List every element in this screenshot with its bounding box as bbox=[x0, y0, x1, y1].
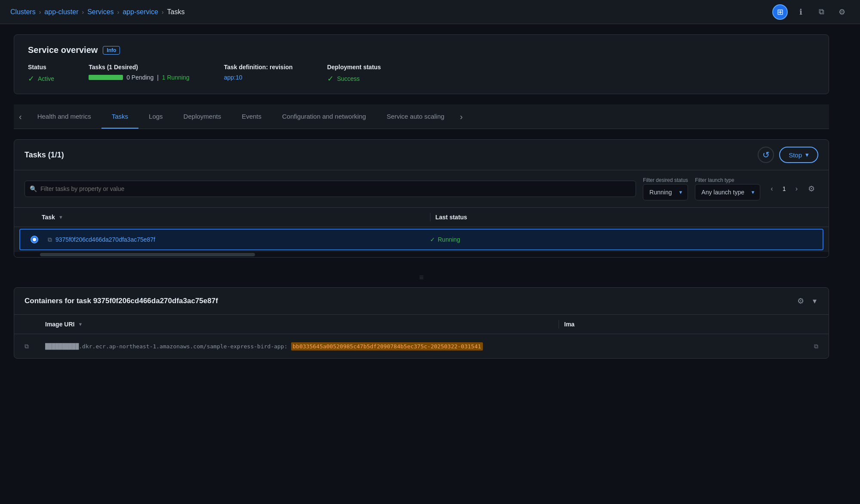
image-uri-highlight: bb0335645a00520985c47b5df2090784b5ec375c… bbox=[291, 342, 483, 350]
desired-status-filter-group: Filter desired status Running Stopped An… bbox=[643, 177, 688, 200]
refresh-button[interactable]: ↺ bbox=[758, 147, 774, 163]
desired-status-label: Filter desired status bbox=[643, 177, 688, 183]
status-check-icon: ✓ bbox=[28, 74, 34, 83]
grid-icon-button[interactable]: ⊞ bbox=[772, 4, 788, 20]
tab-deployments[interactable]: Deployments bbox=[173, 104, 232, 129]
tab-health-metrics[interactable]: Health and metrics bbox=[27, 104, 101, 129]
containers-header: Containers for task 9375f0f206cd466da270… bbox=[14, 288, 829, 315]
tab-tasks[interactable]: Tasks bbox=[101, 104, 138, 129]
info-icon-button[interactable]: ℹ bbox=[793, 4, 808, 20]
task-def-link[interactable]: app:10 bbox=[224, 74, 243, 81]
tabs-container: ‹ Health and metrics Tasks Logs Deployme… bbox=[14, 104, 829, 129]
table-row[interactable]: ⧉ 9375f0f206cd466da270dfa3ac75e87f ✓ Run… bbox=[19, 229, 823, 250]
search-input[interactable] bbox=[25, 181, 636, 197]
container-copy-icon[interactable]: ⧉ bbox=[25, 343, 29, 350]
launch-type-select[interactable]: Any launch type EC2 Fargate bbox=[695, 184, 760, 200]
status-check: ✓ bbox=[430, 236, 435, 243]
tasks-pending: 0 Pending bbox=[126, 74, 154, 81]
launch-type-label: Filter launch type bbox=[695, 177, 760, 183]
task-col-header: Task ▼ bbox=[42, 214, 425, 221]
copy-icon[interactable]: ⧉ bbox=[48, 236, 52, 243]
containers-table-header: Image URI ▼ Ima bbox=[14, 315, 829, 334]
page-prev-btn[interactable]: ‹ bbox=[767, 183, 776, 194]
tasks-table-header: Task ▼ Last status bbox=[14, 208, 829, 227]
task-id-link[interactable]: 9375f0f206cd466da270dfa3ac75e87f bbox=[55, 236, 155, 243]
tasks-separator: | bbox=[157, 74, 159, 81]
status-text: Active bbox=[38, 75, 54, 82]
desired-status-select-wrapper: Running Stopped Any bbox=[643, 184, 688, 200]
tab-configuration[interactable]: Configuration and networking bbox=[272, 104, 376, 129]
status-value: ✓ Active bbox=[28, 74, 54, 83]
list-item: ⧉ ██████████.dkr.ecr.ap-northeast-1.amaz… bbox=[14, 334, 829, 358]
containers-collapse-btn[interactable]: ▾ bbox=[811, 295, 818, 307]
row-radio[interactable] bbox=[31, 236, 48, 243]
copy-end-icon[interactable]: ⧉ bbox=[814, 343, 818, 350]
radio-selected bbox=[31, 236, 38, 243]
image-uri-prefix: ██████████.dkr.ecr.ap-northeast-1.amazon… bbox=[45, 343, 288, 350]
service-overview-card: Service overview Info Status ✓ Active Ta… bbox=[14, 34, 829, 94]
scrollbar-thumb[interactable] bbox=[40, 253, 255, 256]
image-uri-col: ██████████.dkr.ecr.ap-northeast-1.amazon… bbox=[45, 342, 554, 350]
search-icon: 🔍 bbox=[30, 185, 37, 192]
deployment-check-icon: ✓ bbox=[327, 74, 334, 83]
service-overview-heading: Service overview bbox=[28, 45, 98, 55]
settings-icon-button[interactable]: ⚙ bbox=[834, 4, 850, 20]
image-uri-sort-icon[interactable]: ▼ bbox=[78, 322, 83, 327]
tab-logs[interactable]: Logs bbox=[138, 104, 173, 129]
image-name-col-header: Ima bbox=[564, 321, 818, 328]
tabs-prev-btn[interactable]: ‹ bbox=[14, 104, 27, 129]
info-badge[interactable]: Info bbox=[103, 46, 120, 55]
breadcrumb-tasks: Tasks bbox=[167, 8, 185, 16]
service-overview-title: Service overview Info bbox=[28, 45, 815, 55]
image-uri-col-header: Image URI ▼ bbox=[45, 321, 553, 328]
desired-status-select[interactable]: Running Stopped Any bbox=[643, 184, 688, 200]
task-id-cell: ⧉ 9375f0f206cd466da270dfa3ac75e87f bbox=[48, 236, 430, 243]
deployment-status-text: Success bbox=[337, 75, 360, 82]
container-col-divider bbox=[559, 320, 559, 329]
containers-section: Containers for task 9375f0f206cd466da270… bbox=[14, 287, 829, 359]
col-divider bbox=[430, 213, 430, 221]
breadcrumb-services[interactable]: Services bbox=[87, 8, 114, 16]
deployment-status-metric: Deployment status ✓ Success bbox=[327, 64, 381, 83]
breadcrumb-sep-4: › bbox=[162, 9, 164, 15]
deployment-label: Deployment status bbox=[327, 64, 381, 71]
page-next-btn[interactable]: › bbox=[792, 183, 801, 194]
containers-actions: ⚙ ▾ bbox=[796, 295, 818, 307]
containers-settings-btn[interactable]: ⚙ bbox=[796, 295, 806, 307]
status-metric: Status ✓ Active bbox=[28, 64, 54, 83]
breadcrumb-clusters[interactable]: Clusters bbox=[10, 8, 36, 16]
image-name-label: Ima bbox=[564, 321, 818, 328]
drag-handle[interactable]: ≡ bbox=[14, 268, 829, 287]
search-wrapper: 🔍 bbox=[25, 181, 636, 197]
top-nav: Clusters › app-cluster › Services › app-… bbox=[0, 0, 860, 24]
breadcrumb-sep-2: › bbox=[82, 9, 84, 15]
tab-events[interactable]: Events bbox=[231, 104, 272, 129]
breadcrumb-app-cluster[interactable]: app-cluster bbox=[44, 8, 78, 16]
main-content: Service overview Info Status ✓ Active Ta… bbox=[0, 24, 843, 369]
horizontal-scrollbar[interactable] bbox=[14, 252, 829, 257]
breadcrumb-sep-1: › bbox=[39, 9, 41, 15]
tabs-next-btn[interactable]: › bbox=[455, 104, 468, 129]
containers-title: Containers for task 9375f0f206cd466da270… bbox=[25, 297, 218, 305]
last-status-col-header: Last status bbox=[436, 214, 819, 221]
export-icon-button[interactable]: ⧉ bbox=[814, 4, 829, 20]
tasks-section: Tasks (1/1) ↺ Stop ▾ 🔍 Filter desired st… bbox=[14, 139, 829, 258]
status-label: Status bbox=[28, 64, 54, 71]
breadcrumb-app-service[interactable]: app-service bbox=[123, 8, 158, 16]
pagination-area: ‹ 1 › ⚙ bbox=[767, 182, 818, 195]
task-def-label: Task definition: revision bbox=[224, 64, 293, 71]
stop-dropdown-arrow: ▾ bbox=[805, 151, 809, 159]
progress-bar bbox=[89, 75, 123, 80]
stop-button[interactable]: Stop ▾ bbox=[779, 147, 818, 163]
breadcrumb: Clusters › app-cluster › Services › app-… bbox=[10, 8, 185, 16]
overview-metrics: Status ✓ Active Tasks (1 Desired) 0 Pend… bbox=[28, 64, 815, 83]
filter-row: 🔍 Filter desired status Running Stopped … bbox=[14, 170, 829, 208]
radio-inner bbox=[33, 238, 36, 241]
tasks-title: Tasks (1/1) bbox=[25, 151, 64, 160]
image-uri-label: Image URI bbox=[45, 321, 74, 328]
tab-scaling[interactable]: Service auto scaling bbox=[376, 104, 455, 129]
task-sort-icon[interactable]: ▼ bbox=[58, 215, 63, 220]
task-definition-metric: Task definition: revision app:10 bbox=[224, 64, 293, 83]
tasks-value: 0 Pending | 1 Running bbox=[89, 74, 190, 81]
column-settings-btn[interactable]: ⚙ bbox=[805, 182, 818, 195]
